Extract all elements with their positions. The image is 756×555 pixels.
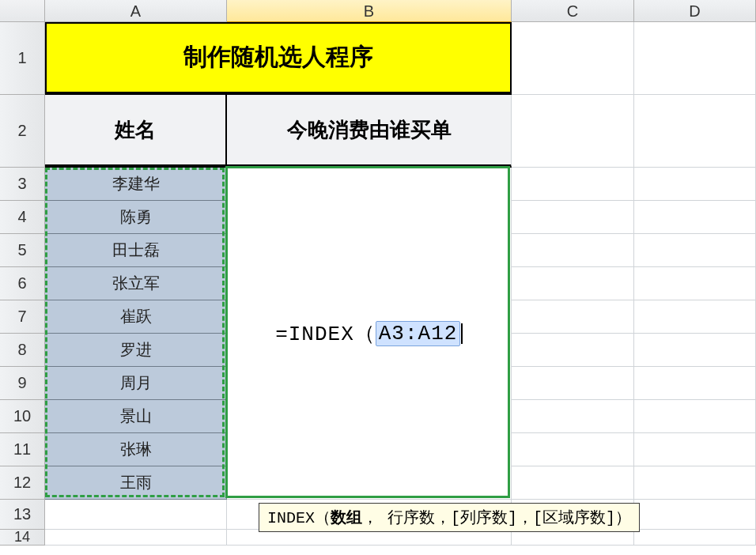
name-cell-4[interactable]: 张立军 <box>45 267 227 300</box>
cell-C4[interactable] <box>512 201 634 234</box>
text-cursor <box>461 323 463 344</box>
row-header-5[interactable]: 5 <box>0 234 45 267</box>
title-cell[interactable]: 制作随机选人程序 <box>45 22 512 95</box>
name-cell-2[interactable]: 陈勇 <box>45 201 227 234</box>
cell-A13[interactable] <box>45 500 227 530</box>
cell-C3[interactable] <box>512 168 634 201</box>
name-cell-6[interactable]: 罗进 <box>45 334 227 367</box>
row-header-8[interactable]: 8 <box>0 334 45 367</box>
name-cell-3[interactable]: 田士磊 <box>45 234 227 267</box>
row-header-9[interactable]: 9 <box>0 367 45 400</box>
name-cell-1[interactable]: 李建华 <box>45 168 227 201</box>
column-header-B[interactable]: B <box>227 0 512 22</box>
cell-D13[interactable] <box>634 500 756 530</box>
name-cell-9[interactable]: 张琳 <box>45 433 227 466</box>
row-header-1[interactable]: 1 <box>0 22 45 95</box>
cell-D11[interactable] <box>634 433 756 466</box>
cell-D12[interactable] <box>634 466 756 500</box>
spreadsheet: ABCD 1234567891011121314 制作随机选人程序姓名今晚消费由… <box>0 0 756 555</box>
cell-C10[interactable] <box>512 400 634 433</box>
cell-C9[interactable] <box>512 367 634 400</box>
tooltip-comma: ， <box>362 509 378 527</box>
cell-A14[interactable] <box>45 530 227 546</box>
row-header-11[interactable]: 11 <box>0 433 45 466</box>
cell-C7[interactable] <box>512 300 634 334</box>
tooltip-arg-current[interactable]: 数组 <box>331 509 362 527</box>
formula-reference: A3:A12 <box>376 321 461 346</box>
cell-D3[interactable] <box>634 168 756 201</box>
formula-editing-cell[interactable]: =INDEX（A3:A12 <box>227 168 512 500</box>
cell-C5[interactable] <box>512 234 634 267</box>
tooltip-fn: INDEX <box>267 509 315 527</box>
row-header-2[interactable]: 2 <box>0 95 45 168</box>
cell-D7[interactable] <box>634 300 756 334</box>
cell-D2[interactable] <box>634 95 756 168</box>
header-who-pays[interactable]: 今晚消费由谁买单 <box>227 95 512 168</box>
row-header-14[interactable]: 14 <box>0 530 45 546</box>
name-cell-7[interactable]: 周月 <box>45 367 227 400</box>
cell-C12[interactable] <box>512 466 634 500</box>
cell-C14[interactable] <box>512 530 634 546</box>
cell-C8[interactable] <box>512 334 634 367</box>
name-cell-10[interactable]: 王雨 <box>45 466 227 500</box>
tooltip-rest[interactable]: 行序数，[列序数]，[区域序数]） <box>387 509 631 527</box>
cell-C11[interactable] <box>512 433 634 466</box>
row-header-3[interactable]: 3 <box>0 168 45 201</box>
row-header-6[interactable]: 6 <box>0 267 45 300</box>
row-header-12[interactable]: 12 <box>0 466 45 500</box>
cell-C2[interactable] <box>512 95 634 168</box>
cell-D10[interactable] <box>634 400 756 433</box>
cell-D14[interactable] <box>634 530 756 546</box>
select-all-corner[interactable] <box>0 0 45 22</box>
header-name[interactable]: 姓名 <box>45 95 227 168</box>
function-tooltip[interactable]: INDEX（数组， 行序数，[列序数]，[区域序数]） <box>259 503 640 532</box>
cell-D4[interactable] <box>634 201 756 234</box>
row-header-7[interactable]: 7 <box>0 300 45 334</box>
cell-B14[interactable] <box>227 530 512 546</box>
cell-C1[interactable] <box>512 22 634 95</box>
row-headers: 1234567891011121314 <box>0 22 45 546</box>
formula-prefix: =INDEX（ <box>275 319 376 347</box>
cell-D8[interactable] <box>634 334 756 367</box>
cell-D5[interactable] <box>634 234 756 267</box>
row-header-13[interactable]: 13 <box>0 500 45 530</box>
cell-D1[interactable] <box>634 22 756 95</box>
cell-D9[interactable] <box>634 367 756 400</box>
row-header-10[interactable]: 10 <box>0 400 45 433</box>
tooltip-open: （ <box>315 509 331 527</box>
cell-C6[interactable] <box>512 267 634 300</box>
cell-D6[interactable] <box>634 267 756 300</box>
column-header-C[interactable]: C <box>512 0 634 22</box>
name-cell-5[interactable]: 崔跃 <box>45 300 227 334</box>
column-header-A[interactable]: A <box>45 0 227 22</box>
column-header-D[interactable]: D <box>634 0 756 22</box>
column-headers: ABCD <box>45 0 756 22</box>
row-header-4[interactable]: 4 <box>0 201 45 234</box>
name-cell-8[interactable]: 景山 <box>45 400 227 433</box>
